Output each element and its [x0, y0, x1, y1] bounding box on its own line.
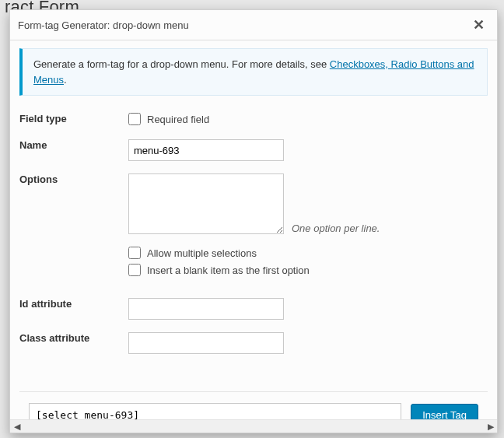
form-tag-generator-dialog: Form-tag Generator: drop-down menu ✕ Gen… — [9, 9, 498, 433]
info-text-after: . — [64, 74, 67, 86]
scroll-right-arrow-icon[interactable]: ▶ — [484, 420, 497, 433]
id-attribute-input[interactable] — [128, 298, 284, 320]
insert-blank-checkbox[interactable] — [128, 264, 141, 276]
class-attribute-input[interactable] — [128, 332, 284, 354]
dialog-scroll-area[interactable]: Generate a form-tag for a drop-down menu… — [10, 40, 497, 419]
form-fields-table: Field type Required field Name — [19, 107, 488, 360]
label-name: Name — [19, 133, 128, 167]
label-class-attribute: Class attribute — [19, 326, 128, 360]
dialog-body: Generate a form-tag for a drop-down menu… — [10, 40, 497, 433]
dialog-title: Form-tag Generator: drop-down menu — [18, 19, 189, 31]
info-text-before: Generate a form-tag for a drop-down menu… — [33, 58, 330, 70]
required-field-wrap[interactable]: Required field — [128, 113, 483, 125]
allow-multiple-checkbox[interactable] — [128, 247, 141, 259]
label-id-attribute: Id attribute — [19, 284, 128, 326]
scroll-track[interactable] — [23, 420, 484, 433]
viewport: ract Form Form-tag Generator: drop-down … — [0, 0, 504, 438]
required-checkbox[interactable] — [128, 113, 141, 125]
generated-tag-input[interactable] — [29, 403, 401, 419]
insert-blank-wrap[interactable]: Insert a blank item as the first option — [128, 264, 483, 276]
options-hint: One option per line. — [292, 223, 380, 234]
info-box: Generate a form-tag for a drop-down menu… — [19, 48, 488, 96]
allow-multiple-label: Allow multiple selections — [147, 247, 257, 259]
name-input[interactable] — [128, 139, 284, 161]
scroll-left-arrow-icon[interactable]: ◀ — [10, 420, 23, 433]
label-field-type: Field type — [19, 107, 128, 133]
options-textarea[interactable] — [128, 173, 284, 234]
close-icon[interactable]: ✕ — [470, 16, 488, 33]
allow-multiple-wrap[interactable]: Allow multiple selections — [128, 247, 483, 259]
insert-tag-button[interactable]: Insert Tag — [411, 404, 478, 420]
insert-blank-label: Insert a blank item as the first option — [147, 265, 310, 276]
dialog-titlebar: Form-tag Generator: drop-down menu ✕ — [10, 10, 497, 40]
horizontal-scrollbar[interactable]: ◀ ▶ — [10, 419, 497, 433]
dialog-footer: Insert Tag To use the value input throug… — [19, 391, 488, 419]
required-label: Required field — [147, 114, 209, 125]
tag-row: Insert Tag — [29, 403, 478, 419]
label-options: Options — [19, 167, 128, 240]
